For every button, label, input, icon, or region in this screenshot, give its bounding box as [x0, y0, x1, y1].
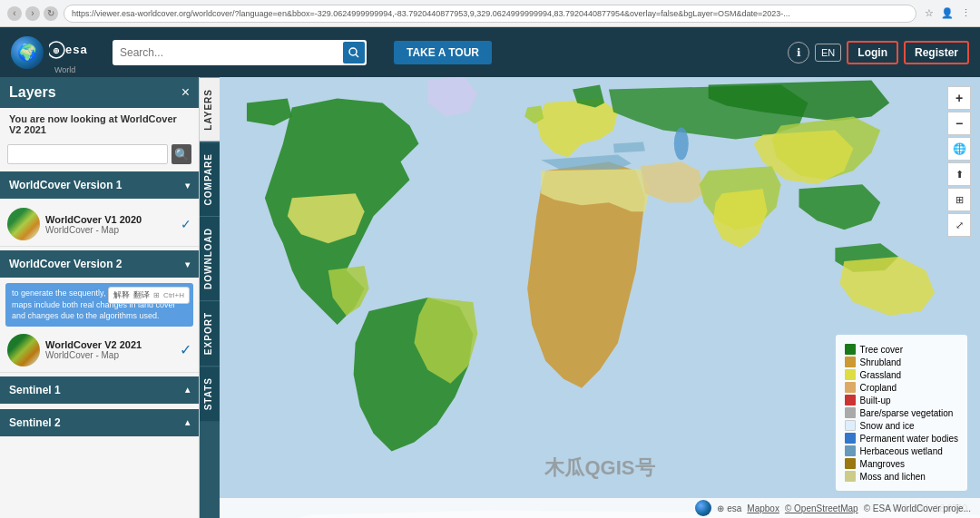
legend-item-buildup: Built-up: [845, 395, 958, 406]
translate-shortcut: ⊞: [153, 291, 160, 299]
legend-label-water: Permanent water bodies: [860, 434, 958, 444]
left-panel: Layers × You are now looking at WorldCov…: [0, 77, 200, 518]
register-button[interactable]: Register: [904, 41, 969, 64]
layer-thumbnail-v1: [7, 208, 40, 240]
layer-group-s2-header[interactable]: Sentinel 2 ▴: [0, 409, 199, 436]
svg-text:⊕: ⊕: [53, 46, 61, 55]
translate-label1[interactable]: 解释: [113, 289, 130, 301]
translate-label2[interactable]: 翻译: [133, 289, 150, 301]
refresh-button[interactable]: ↻: [44, 6, 58, 21]
close-panel-button[interactable]: ×: [181, 84, 190, 101]
esa-logo: ⊕ esa: [49, 40, 94, 64]
legend-label-bare: Bare/sparse vegetation: [860, 408, 954, 418]
sidebar-tab-download[interactable]: DOWNLOAD: [200, 216, 220, 300]
legend-item-crop: Cropland: [845, 382, 958, 393]
layer-thumbnail-v2: [7, 334, 40, 367]
zoom-in-button[interactable]: +: [947, 86, 971, 110]
translate-ctrl: Ctrl+H: [163, 291, 184, 299]
search-container: [113, 40, 367, 65]
back-button[interactable]: ‹: [7, 6, 22, 21]
globe-view-button[interactable]: 🌐: [947, 137, 971, 161]
chevron-up-icon: ▾: [185, 259, 190, 269]
subtitle-prefix: You are now looking at: [9, 113, 121, 124]
legend-color-mangrove: [845, 458, 856, 469]
legend-item-grass: Grassland: [845, 369, 958, 380]
sidebar-tab-stats[interactable]: STATS: [200, 366, 220, 421]
legend: Tree cover Shrubland Grassland Cropland …: [836, 335, 967, 491]
legend-label-crop: Cropland: [860, 383, 897, 393]
search-button[interactable]: [343, 42, 365, 64]
layer-group-s1-header[interactable]: Sentinel 1 ▴: [0, 376, 199, 404]
layer-item-v1-2020: WorldCover V1 2020 WorldCover - Map ✓: [0, 202, 199, 247]
legend-color-snow: [845, 420, 856, 431]
forward-button[interactable]: ›: [25, 6, 40, 21]
legend-label-grass: Grassland: [860, 370, 902, 380]
profile-icon[interactable]: 👤: [940, 6, 955, 21]
info-icon[interactable]: ℹ: [788, 42, 809, 64]
layer-info-v1: WorldCover V1 2020 WorldCover - Map: [45, 214, 175, 235]
layer-group-s1-title: Sentinel 1: [9, 384, 61, 396]
layer-search-button[interactable]: 🔍: [172, 144, 191, 164]
map-area[interactable]: + − 🌐 ⬆ ⊞ ⤢ Tree cover Shrubland: [220, 77, 980, 518]
legend-label-buildup: Built-up: [860, 396, 891, 406]
layer-group-sentinel2: Sentinel 2 ▴: [0, 409, 199, 436]
map-controls: + − 🌐 ⬆ ⊞ ⤢: [947, 86, 971, 237]
panel-title: Layers: [9, 84, 56, 101]
legend-item-shrub: Shrubland: [845, 357, 958, 367]
svg-line-4: [356, 54, 358, 57]
legend-item-moss: Moss and lichen: [845, 471, 958, 482]
browser-icons: ☆ 👤 ⋮: [922, 6, 973, 21]
legend-item-snow: Snow and ice: [845, 420, 958, 431]
share-button[interactable]: ⬆: [947, 162, 971, 186]
legend-label-wetland: Herbaceous wetland: [860, 446, 943, 456]
layer-group-v1-title: WorldCover Version 1: [9, 179, 122, 191]
footer-mapbox[interactable]: Mapbox: [747, 503, 779, 513]
fullscreen-button[interactable]: ⤢: [947, 213, 971, 237]
footer-osm[interactable]: © OpenStreetMap: [785, 503, 858, 513]
layer-group-v2-header[interactable]: WorldCover Version 2 ▾: [0, 250, 199, 278]
svg-point-6: [674, 127, 689, 160]
tooltip-container: to generate the sequently, changes betwe…: [5, 283, 193, 327]
url-text: https://viewer.esa-worldcover.org/worldc…: [72, 9, 790, 18]
take-tour-button[interactable]: TAKE A TOUR: [394, 41, 492, 64]
legend-item-mangrove: Mangroves: [845, 458, 958, 469]
login-button[interactable]: Login: [847, 41, 898, 64]
footer-esa-text: ⊕ esa: [717, 503, 741, 513]
panel-subtitle: You are now looking at WorldCover V2 202…: [0, 108, 199, 141]
settings-icon[interactable]: ⋮: [958, 6, 973, 21]
footer-bar: ⊕ esa Mapbox © OpenStreetMap © ESA World…: [220, 498, 980, 518]
legend-item-water: Permanent water bodies: [845, 433, 958, 444]
sidebar-tab-compare[interactable]: COMPARE: [200, 142, 220, 216]
search-input[interactable]: [113, 40, 367, 65]
legend-color-wetland: [845, 445, 856, 456]
layers-button[interactable]: ⊞: [947, 188, 971, 211]
svg-point-3: [349, 48, 357, 55]
globe-icon: 🌍: [11, 36, 44, 69]
legend-item-bare: Bare/sparse vegetation: [845, 407, 958, 418]
bookmark-icon[interactable]: ☆: [922, 6, 936, 21]
legend-color-bare: [845, 407, 856, 418]
header-actions: ℹ EN Login Register: [788, 41, 969, 64]
layer-group-v1-header[interactable]: WorldCover Version 1 ▾: [0, 171, 199, 199]
sidebar-tab-layers[interactable]: LAYERS: [200, 77, 220, 142]
legend-label-mangrove: Mangroves: [860, 459, 905, 469]
layer-item-v2-2021: WorldCover V2 2021 WorldCover - Map ✓: [0, 328, 199, 373]
legend-color-water: [845, 433, 856, 444]
legend-color-buildup: [845, 395, 856, 406]
zoom-out-button[interactable]: −: [947, 112, 971, 135]
legend-color-tree: [845, 344, 856, 355]
footer-worldcover: © ESA WorldCover proje...: [864, 503, 971, 513]
layer-check-v1: ✓: [181, 217, 191, 231]
layer-check-v2-active: ✓: [180, 341, 191, 358]
legend-label-snow: Snow and ice: [860, 421, 915, 431]
legend-color-crop: [845, 382, 856, 393]
legend-label-moss: Moss and lichen: [860, 472, 926, 482]
legend-label-shrub: Shrubland: [860, 357, 902, 367]
layer-group-worldcover-v1: WorldCover Version 1 ▾: [0, 171, 199, 199]
browser-chrome: ‹ › ↻ https://viewer.esa-worldcover.org/…: [0, 0, 980, 27]
layer-search-input[interactable]: [7, 144, 168, 164]
sidebar-tab-export[interactable]: EXPORT: [200, 300, 220, 366]
layer-group-sentinel1: Sentinel 1 ▴: [0, 376, 199, 404]
language-button[interactable]: EN: [815, 44, 841, 62]
url-bar[interactable]: https://viewer.esa-worldcover.org/worldc…: [64, 5, 916, 23]
